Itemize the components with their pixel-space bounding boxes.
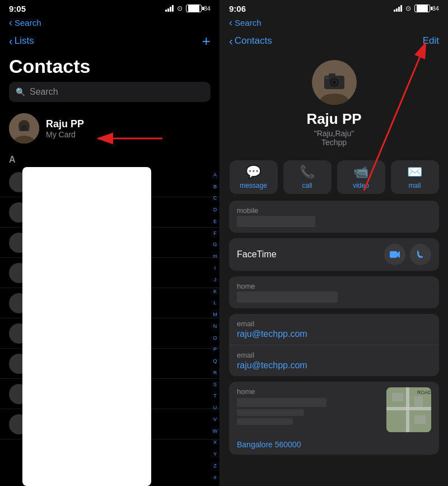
svg-rect-20 [406,387,409,432]
address-line-1 [237,398,326,407]
alpha-f[interactable]: F [213,231,217,236]
mail-icon: ✉️ [407,165,422,179]
right-signal-icon [394,5,402,12]
right-battery-level: 84 [432,5,439,12]
right-panel: 9:06 ⊙ 84 ‹ Search ‹ [220,0,448,486]
white-overlay-panel [22,167,151,486]
alpha-r[interactable]: R [213,371,217,376]
left-nav-bar: ‹ Lists + [0,29,220,53]
home-address-label: home [237,387,381,396]
search-icon: 🔍 [16,87,25,96]
alpha-hash[interactable]: # [213,475,216,480]
alphabet-index[interactable]: A B C D E F G H I J K L M N O P Q R S T [211,167,220,486]
alpha-c[interactable]: C [213,196,217,201]
facetime-row: FaceTime [229,238,439,271]
message-icon: 💬 [246,165,261,179]
svg-rect-21 [392,393,403,401]
alpha-k[interactable]: K [213,289,217,294]
section-header-a: A [0,148,220,167]
alpha-w[interactable]: W [213,429,218,434]
lists-back-button[interactable]: ‹ Lists [9,35,34,48]
my-card-row[interactable]: Raju PP My Card [0,109,220,148]
left-back-row: ‹ Search [0,16,220,29]
email-value-1[interactable]: raju@techpp.com [237,329,431,339]
alpha-q[interactable]: Q [213,359,217,364]
svg-rect-23 [414,396,423,407]
alpha-z[interactable]: Z [213,464,217,469]
search-input[interactable]: Search [30,87,58,97]
alpha-o[interactable]: O [213,336,217,341]
mobile-card: mobile [229,201,439,233]
detail-scroll[interactable]: mobile FaceTime [220,201,448,486]
address-line-3 [237,418,293,425]
email-field-1[interactable]: email raju@techpp.com [229,314,439,345]
left-status-right: ⊙ 84 [165,4,211,12]
alpha-b[interactable]: B [213,184,217,189]
alpha-e[interactable]: E [213,219,217,224]
left-battery-icon [186,4,202,12]
left-panel: 9:05 ⊙ 84 ‹ Search ‹ [0,0,220,486]
alpha-d[interactable]: D [213,207,217,212]
alpha-i[interactable]: I [214,266,216,271]
alpha-n[interactable]: N [213,324,217,329]
alpha-h[interactable]: H [213,254,217,259]
mail-button[interactable]: ✉️ mail [391,160,439,194]
alpha-y[interactable]: Y [213,452,217,457]
my-card-avatar [9,113,39,144]
add-contact-button[interactable]: + [202,33,211,50]
facetime-audio-button[interactable] [410,244,431,265]
alpha-l[interactable]: L [213,300,216,306]
action-buttons-row: 💬 message 📞 call 📹 video ✉️ mail [220,156,448,201]
alpha-g[interactable]: G [213,242,217,247]
alpha-m[interactable]: M [213,312,217,317]
facetime-icons [384,244,431,265]
alpha-j[interactable]: J [214,277,217,283]
contact-avatar-large [312,60,357,105]
my-card-subtitle: My Card [46,130,84,139]
alpha-p[interactable]: P [213,347,217,352]
right-back-row: ‹ Search [220,16,448,29]
call-label: call [302,182,312,189]
alpha-s[interactable]: S [213,382,217,387]
email-card: email raju@techpp.com email raju@techpp.… [229,314,439,376]
svg-text:ROAD: ROAD [417,390,431,395]
contacts-back-label[interactable]: Contacts [235,35,272,47]
video-button[interactable]: 📹 video [337,160,385,194]
contact-nickname: "Raju,Raju" [314,129,354,138]
alpha-v[interactable]: V [213,417,217,422]
call-button[interactable]: 📞 call [283,160,332,194]
email-value-2[interactable]: raju@techpp.com [237,360,431,371]
alpha-t[interactable]: T [213,394,217,399]
my-card-name: Raju PP [46,118,84,130]
right-back-chevron-icon: ‹ [229,17,232,29]
address-city[interactable]: Bangalore 560000 [229,438,439,455]
alpha-u[interactable]: U [213,405,217,410]
left-back-label[interactable]: Search [15,18,41,27]
home-phone-card: home [229,276,439,308]
map-thumbnail[interactable]: ROAD [386,387,431,432]
home-address-block: home [237,387,381,432]
alpha-a[interactable]: A [213,173,217,178]
facetime-video-button[interactable] [384,244,405,265]
left-battery-level: 84 [204,5,211,12]
message-button[interactable]: 💬 message [230,160,278,194]
email-field-2[interactable]: email raju@techpp.com [229,345,439,376]
edit-button[interactable]: Edit [423,35,439,47]
contacts-chevron-icon: ‹ [229,35,233,48]
home-map-row: home ROAD [229,382,439,438]
avatar-image [9,113,39,144]
search-bar[interactable]: 🔍 Search [9,82,211,102]
contacts-back-button[interactable]: ‹ Contacts [229,35,272,48]
address-line-2 [237,409,304,416]
left-wifi-icon: ⊙ [177,4,183,12]
lists-label[interactable]: Lists [15,35,34,47]
right-status-right: ⊙ 84 [394,4,439,12]
right-wifi-icon: ⊙ [405,4,411,12]
video-label: video [353,182,369,189]
my-card-info: Raju PP My Card [46,118,84,139]
video-icon: 📹 [353,165,368,179]
svg-rect-22 [414,415,426,424]
alpha-x[interactable]: X [213,440,217,445]
right-back-label[interactable]: Search [235,18,262,27]
right-status-bar: 9:06 ⊙ 84 [220,0,448,16]
